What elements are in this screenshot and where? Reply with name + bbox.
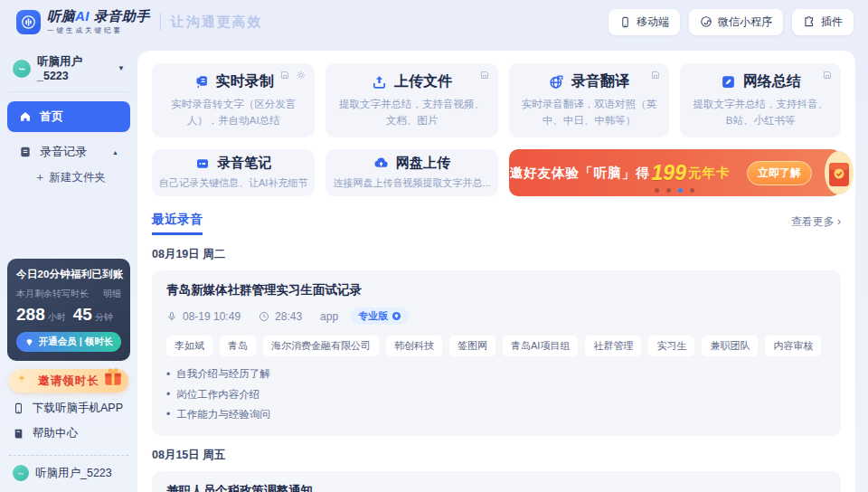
feature-card-realtime-record[interactable]: 实时录制 实时录音转文字（区分发言人），并自动AI总结 <box>152 63 315 137</box>
home-label: 首页 <box>40 109 63 125</box>
save-icon[interactable] <box>279 70 290 80</box>
feature-card-upload-file[interactable]: 上传文件 提取文字并总结，支持音视频、文档、图片 <box>326 63 497 137</box>
carousel-dot[interactable] <box>655 188 659 193</box>
slogan-text: 让沟通更高效 <box>171 14 263 31</box>
feature-grid: 实时录制 实时录音转文字（区分发言人），并自动AI总结 上传文件 提取文字并总结… <box>152 63 841 196</box>
cloud-upload-icon <box>373 156 389 171</box>
invite-banner[interactable]: 邀请领时长 <box>9 369 128 393</box>
slogan-divider <box>160 13 161 31</box>
book-icon <box>13 428 24 440</box>
caret-up-icon[interactable]: ▲ <box>112 149 118 156</box>
feature-title: 实时录制 <box>216 72 274 91</box>
feature-title: 网盘上传 <box>396 155 450 172</box>
recording-card[interactable]: 青岛新媒体社群管理实习生面试记录 08-19 10:49 28:43 app 专… <box>152 270 841 436</box>
pencil-square-icon <box>721 74 736 90</box>
open-membership-button[interactable]: 开通会员 | 领时长 <box>16 332 121 352</box>
promo-gift-icon <box>824 150 854 195</box>
promo-carousel-banner[interactable]: 邀好友体验「听脑」得 199 元年卡 立即了解 <box>509 149 841 196</box>
feature-title: 网络总结 <box>743 72 801 91</box>
save-icon[interactable] <box>822 70 833 80</box>
recording-datetime: 08-19 10:49 <box>183 310 241 323</box>
date-group-label: 08月15日 周五 <box>152 448 841 463</box>
download-app-label: 下载听脑手机APP <box>33 401 123 416</box>
mobile-label: 移动端 <box>637 14 669 30</box>
see-more-label: 查看更多 <box>791 215 835 228</box>
recording-duration: 28:43 <box>275 310 302 323</box>
miniprogram-label: 微信小程序 <box>718 14 772 30</box>
see-more-link[interactable]: 查看更多 › <box>791 214 841 235</box>
promo-cta-button[interactable]: 立即了解 <box>747 161 812 185</box>
sidebar-item-new-folder[interactable]: ＋ 新建文件夹 <box>7 166 130 189</box>
carousel-dot[interactable] <box>666 188 671 193</box>
quota-numbers: 288 小时 45 分钟 <box>16 305 121 325</box>
top-header: 听脑AI 录音助手 一键生成关键纪要 让沟通更高效 移动端 微信小程序 插件 <box>0 0 868 43</box>
caret-down-icon[interactable]: ▼ <box>118 64 125 72</box>
feature-card-record-translate[interactable]: 文 录音翻译 实时录音翻译，双语对照（英中、中日、中韩等） <box>509 63 670 137</box>
save-icon[interactable] <box>650 70 661 80</box>
wechat-miniprogram-button[interactable]: 微信小程序 <box>689 9 783 35</box>
recording-summary: 自我介绍与经历了解 岗位工作内容介绍 工作能力与经验询问 <box>166 364 826 425</box>
home-icon <box>19 110 32 123</box>
tag: 社群管理 <box>585 336 641 356</box>
miniprogram-icon <box>700 15 712 28</box>
user-avatar <box>13 60 31 78</box>
feature-desc: 提取文字并总结，支持音视频、文档、图片 <box>326 97 497 128</box>
recorder-icon <box>195 156 210 171</box>
promo-text: 邀好友体验「听脑」得 <box>510 165 650 182</box>
brand-ai: AI <box>75 8 90 24</box>
tag: 兼职团队 <box>702 336 758 356</box>
sidebar: 听脑用户_5223 ▼ 首页 录音记录 ▲ ＋ 新建文件夹 今日20分钟福利已到… <box>0 43 137 492</box>
help-center-link[interactable]: 帮助中心 <box>7 424 130 449</box>
recording-title: 兼职人员个税政策调整通知 <box>166 483 826 492</box>
summary-bullet: 工作能力与经验询问 <box>166 404 826 424</box>
footer-username: 听脑用户_5223 <box>35 466 112 481</box>
gear-icon[interactable] <box>296 70 307 80</box>
mic-icon <box>166 311 177 322</box>
tab-recent-recordings[interactable]: 最近录音 <box>152 212 203 235</box>
feature-card-web-summary[interactable]: 网络总结 提取文字并总结，支持抖音、B站、小红书等 <box>680 63 841 137</box>
document-icon <box>19 146 32 158</box>
brand-text: 听脑AI 录音助手 一键生成关键纪要 <box>47 8 150 35</box>
feature-desc: 实时录音翻译，双语对照（英中、中日、中韩等） <box>509 97 670 128</box>
sidebar-footer-user[interactable]: 听脑用户_5223 <box>7 463 130 483</box>
sparkle-icon <box>16 373 27 385</box>
promo-price: 199 <box>652 161 686 185</box>
quota-detail-link[interactable]: 明细 <box>103 288 121 300</box>
username-label: 听脑用户_5223 <box>37 54 111 82</box>
feature-desc: 实时录音转文字（区分发言人），并自动AI总结 <box>152 97 315 128</box>
upload-file-icon <box>372 74 387 90</box>
realtime-record-icon <box>193 74 209 90</box>
sidebar-divider <box>9 91 128 92</box>
membership-cta-label: 开通会员 | 领时长 <box>39 336 113 348</box>
feature-card-cloud-upload[interactable]: 网盘上传 连接网盘上传音视频提取文字并总... <box>326 149 497 196</box>
save-icon[interactable] <box>479 70 490 80</box>
plugin-button[interactable]: 插件 <box>792 9 854 35</box>
badge-label: 专业版 <box>358 309 388 323</box>
records-label: 录音记录 <box>40 144 87 160</box>
tag: 签图网 <box>449 336 495 356</box>
tag: 青岛AI项目组 <box>503 336 578 356</box>
quota-minutes: 45 <box>73 305 92 325</box>
new-folder-label: 新建文件夹 <box>50 170 107 185</box>
gift-icon <box>101 364 125 389</box>
download-app-link[interactable]: 下载听脑手机APP <box>7 393 130 424</box>
tag: 实习生 <box>648 336 694 356</box>
carousel-dot-active[interactable] <box>678 188 683 193</box>
recording-card[interactable]: 兼职人员个税政策调整通知 08-15 16:00 01:23:40 app 专业… <box>152 471 841 492</box>
feature-desc: 提取文字并总结，支持抖音、B站、小红书等 <box>680 97 841 128</box>
feature-title: 录音笔记 <box>217 155 271 172</box>
footer-avatar <box>13 465 29 481</box>
carousel-dot[interactable] <box>690 188 694 193</box>
mobile-button[interactable]: 移动端 <box>609 9 680 35</box>
feature-title: 录音翻译 <box>571 72 629 91</box>
sidebar-dashed-divider <box>9 455 128 456</box>
sidebar-item-records[interactable]: 录音记录 ▲ <box>7 137 130 166</box>
feature-title: 上传文件 <box>394 72 452 91</box>
feature-card-voice-notes[interactable]: 录音笔记 自己记录关键信息、让AI补充细节 <box>152 149 315 196</box>
brand-subtitle: 一键生成关键纪要 <box>47 26 150 35</box>
sidebar-user-menu[interactable]: 听脑用户_5223 ▼ <box>7 51 130 91</box>
feature-desc: 连接网盘上传音视频提取文字并总... <box>326 175 497 191</box>
sidebar-item-home[interactable]: 首页 <box>7 101 130 132</box>
brand-product: 录音助手 <box>90 8 150 24</box>
help-center-label: 帮助中心 <box>33 426 78 441</box>
